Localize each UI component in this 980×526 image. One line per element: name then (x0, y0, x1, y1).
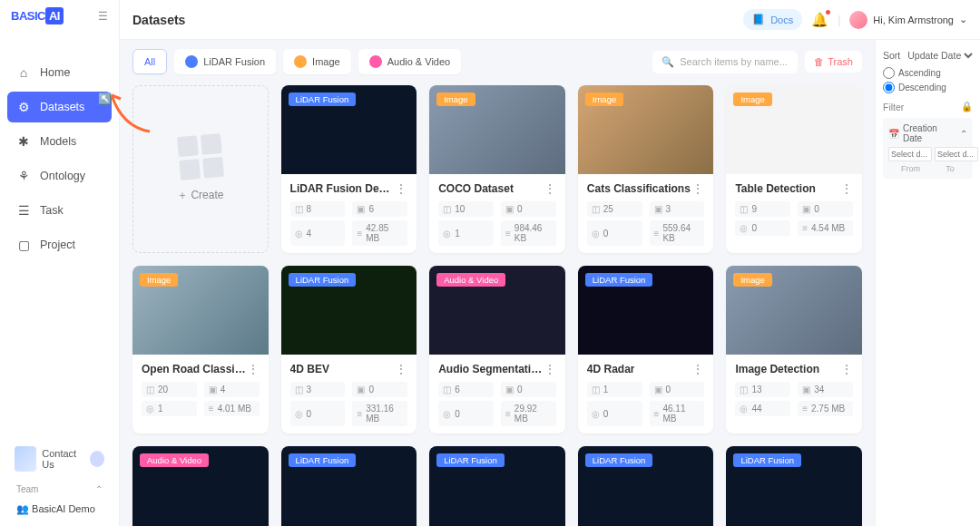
dataset-card[interactable]: LiDAR Fusion (281, 446, 417, 526)
stat-size: ≡331.16 MB (352, 401, 407, 426)
stat-size: ≡984.46 KB (501, 220, 556, 246)
stat-files: ▣0 (501, 201, 556, 217)
sort-select[interactable]: Update Date (904, 49, 975, 62)
stat-folders: ◫20 (142, 382, 197, 397)
lock-icon[interactable]: 🔒 (961, 101, 973, 112)
dataset-card[interactable]: Audio & Video (132, 446, 269, 526)
dataset-card[interactable]: Image Cats Classifications ⋮ ◫25 ▣3 ◎0 ≡… (578, 85, 714, 253)
stat-files: ▣3 (650, 201, 705, 217)
card-menu-icon[interactable]: ⋮ (544, 181, 556, 196)
sidebar-item-project[interactable]: ▢Project (7, 229, 112, 260)
stat-annotations: ◎1 (142, 401, 197, 416)
sidebar-item-home[interactable]: ⌂Home (7, 57, 112, 88)
card-menu-icon[interactable]: ⋮ (395, 181, 407, 196)
trash-button[interactable]: 🗑 Trash (805, 51, 862, 73)
dataset-card[interactable]: LiDAR Fusion (429, 446, 565, 526)
dataset-card[interactable]: Image Image Detection ⋮ ◫13 ▣34 ◎44 ≡2.7… (726, 266, 862, 433)
stat-annotations: ◎1 (438, 220, 494, 246)
contact-label: Contact Us (42, 448, 84, 470)
notifications-icon[interactable]: 🔔 (811, 12, 828, 28)
card-menu-icon[interactable]: ⋮ (395, 362, 407, 376)
team-header: Team⌃ (7, 479, 112, 500)
card-thumbnail: LiDAR Fusion (281, 266, 417, 355)
filter-label: Filter (883, 102, 904, 112)
card-title: Audio Segmentation (438, 363, 544, 375)
type-badge: Audio & Video (140, 453, 209, 467)
type-badge: Image (585, 93, 623, 106)
stat-size: ≡42.85 MB (352, 220, 407, 246)
card-thumbnail: Image (726, 85, 862, 174)
search-input[interactable]: 🔍 Search items by name... (652, 51, 798, 73)
brain-icon: ✱ (16, 134, 31, 149)
card-title: Open Road Classifica... (142, 363, 247, 375)
dataset-card[interactable]: LiDAR Fusion LiDAR Fusion Demo ⋮ ◫8 ▣6 ◎… (281, 85, 417, 253)
sort-ascending[interactable]: Ascending (883, 67, 973, 79)
date-to-input[interactable] (935, 147, 978, 161)
user-menu[interactable]: Hi, Kim Armstrong ⌄ (849, 11, 967, 29)
card-thumbnail: Image (726, 266, 862, 355)
sidebar-item-ontology[interactable]: ⚘Ontology (7, 161, 112, 191)
type-badge: Audio & Video (436, 273, 505, 287)
stat-folders: ◫13 (735, 382, 790, 397)
tree-icon: ⚘ (16, 169, 31, 183)
card-title: Table Detection (735, 182, 815, 195)
contact-us[interactable]: Contact Us (7, 439, 112, 479)
card-menu-icon[interactable]: ⋮ (840, 362, 853, 376)
card-menu-icon[interactable]: ⋮ (544, 362, 556, 376)
filter-creation-date[interactable]: 📅 Creation Date ⌃ FromTo (883, 118, 973, 179)
dataset-card[interactable]: LiDAR Fusion 4D BEV ⋮ ◫3 ▣0 ◎0 ≡331.16 M… (281, 266, 417, 433)
stat-folders: ◫8 (290, 201, 346, 217)
filter-chip-image[interactable]: Image (283, 49, 351, 74)
create-dataset-card[interactable]: ＋ Create (132, 85, 269, 253)
dataset-card[interactable]: LiDAR Fusion (726, 446, 862, 526)
stat-annotations: ◎0 (587, 401, 642, 426)
sidebar-item-datasets[interactable]: ⚙Datasets (7, 92, 112, 122)
stat-size: ≡46.11 MB (650, 401, 705, 426)
team-selector[interactable]: 👥 BasicAI Demo (7, 500, 112, 519)
card-menu-icon[interactable]: ⋮ (840, 181, 853, 196)
collapse-icon[interactable]: ☰ (98, 10, 108, 23)
sidebar-item-task[interactable]: ☰Task (7, 195, 112, 226)
topbar: Datasets 📘 Docs 🔔 | Hi, Kim Armstrong ⌄ (120, 0, 980, 40)
dataset-card[interactable]: LiDAR Fusion (578, 446, 714, 526)
dataset-card[interactable]: Audio & Video Audio Segmentation ⋮ ◫6 ▣0… (429, 266, 565, 433)
type-badge: LiDAR Fusion (436, 453, 505, 467)
stat-annotations: ◎0 (438, 401, 494, 426)
divider: | (838, 14, 840, 26)
stat-folders: ◫9 (735, 201, 790, 217)
type-badge: Image (733, 273, 771, 287)
sidebar: BASICAI ☰ ⌂Home⚙Datasets✱Models⚘Ontology… (0, 0, 120, 526)
dataset-card[interactable]: LiDAR Fusion 4D Radar ⋮ ◫1 ▣0 ◎0 ≡46.11 … (578, 266, 714, 433)
stat-files: ▣0 (798, 201, 853, 217)
type-badge: Image (733, 93, 771, 106)
type-badge: LiDAR Fusion (289, 273, 357, 287)
type-badge: Image (436, 93, 475, 106)
card-menu-icon[interactable]: ⋮ (691, 181, 704, 196)
filter-chip-lidar-fusion[interactable]: LiDAR Fusion (174, 49, 276, 74)
dataset-card[interactable]: Image COCO Dataset ⋮ ◫10 ▣0 ◎1 ≡984.46 K… (429, 85, 565, 253)
card-thumbnail: Image (132, 266, 269, 355)
stat-folders: ◫6 (438, 382, 494, 397)
type-badge: LiDAR Fusion (289, 93, 357, 106)
dataset-card[interactable]: Image Open Road Classifica... ⋮ ◫20 ▣4 ◎… (132, 266, 269, 433)
filter-chip-audio-video[interactable]: Audio & Video (358, 49, 462, 74)
stat-files: ▣6 (352, 201, 407, 217)
stat-files: ▣0 (352, 382, 407, 397)
date-from-input[interactable] (888, 147, 932, 161)
type-badge: LiDAR Fusion (733, 453, 801, 467)
stat-folders: ◫10 (438, 201, 494, 217)
card-menu-icon[interactable]: ⋮ (691, 362, 704, 376)
type-badge: LiDAR Fusion (585, 273, 653, 287)
card-menu-icon[interactable]: ⋮ (247, 362, 260, 376)
stat-files: ▣34 (798, 382, 853, 397)
sidebar-item-models[interactable]: ✱Models (7, 126, 112, 157)
docs-button[interactable]: 📘 Docs (743, 9, 802, 30)
logo[interactable]: BASICAI ☰ (0, 0, 119, 32)
dataset-card[interactable]: Image Table Detection ⋮ ◫9 ▣0 ◎0 ≡4.54 M… (726, 85, 862, 253)
sort-descending[interactable]: Descending (883, 82, 973, 93)
filter-chip-all[interactable]: All (132, 49, 167, 74)
card-title: 4D Radar (587, 363, 635, 375)
card-thumbnail: LiDAR Fusion (429, 446, 565, 526)
sidebar-item-label: Datasets (40, 101, 84, 113)
card-title: Image Detection (735, 363, 819, 375)
